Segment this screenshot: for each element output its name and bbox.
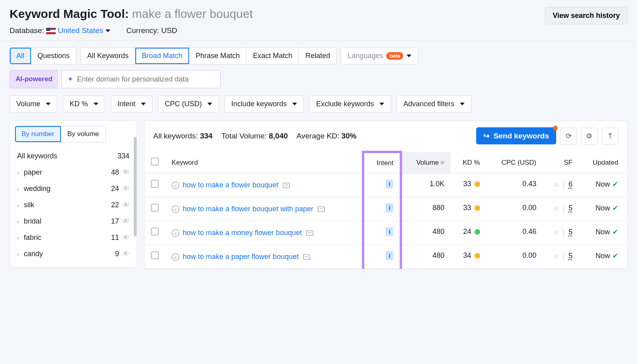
- serp-snapshot-icon[interactable]: [318, 206, 325, 212]
- export-button[interactable]: ⤒: [602, 128, 618, 144]
- cell-volume: 1.0K: [401, 173, 451, 197]
- filter-exclude-keywords[interactable]: Exclude keywords: [309, 95, 391, 113]
- sidebar-group-candy[interactable]: ›candy9👁: [10, 246, 137, 262]
- add-keyword-icon[interactable]: +: [172, 229, 180, 237]
- add-keyword-icon[interactable]: +: [172, 181, 180, 189]
- sidebar-scrollbar[interactable]: [134, 137, 137, 236]
- cell-updated: Now: [596, 252, 610, 260]
- row-checkbox[interactable]: [151, 251, 159, 259]
- col-kd[interactable]: KD %: [451, 152, 486, 173]
- row-checkbox[interactable]: [151, 180, 159, 188]
- add-keyword-icon[interactable]: +: [172, 205, 180, 213]
- serp-features-icon[interactable]: ⌕: [555, 180, 559, 188]
- chevron-down-icon: [46, 103, 51, 105]
- results-panel: All keywords: 334 Total Volume: 8,040 Av…: [144, 121, 627, 269]
- tab-related[interactable]: Related: [299, 48, 336, 64]
- keyword-link[interactable]: how to make a money flower bouquet: [183, 229, 302, 237]
- serp-snapshot-icon[interactable]: [306, 230, 313, 236]
- chevron-down-icon: [460, 103, 465, 105]
- filter-include-keywords[interactable]: Include keywords: [225, 95, 304, 113]
- filter-volume[interactable]: Volume: [10, 95, 57, 113]
- sidebar-group-name: paper: [24, 168, 42, 177]
- eye-icon[interactable]: 👁: [122, 234, 129, 242]
- col-volume[interactable]: Volume≡: [401, 152, 451, 173]
- col-sf[interactable]: SF: [543, 152, 579, 173]
- filter-intent[interactable]: Intent: [111, 95, 152, 113]
- stat-all-keywords-value: 334: [200, 132, 213, 140]
- sidebar-group-bridal[interactable]: ›bridal17👁: [10, 213, 137, 230]
- tab-all[interactable]: All: [10, 48, 31, 64]
- tab-questions[interactable]: Questions: [31, 48, 76, 64]
- chevron-right-icon: ›: [17, 235, 19, 241]
- cell-kd: 33: [463, 180, 471, 188]
- filter-advanced[interactable]: Advanced filters: [397, 95, 471, 113]
- table-row: +how to make a flower bouquet with paper…: [145, 197, 627, 221]
- col-updated[interactable]: Updated: [579, 152, 627, 173]
- database-country: United States: [58, 26, 103, 35]
- filter-cpc[interactable]: CPC (USD): [158, 95, 219, 113]
- cell-volume: 480: [401, 221, 451, 245]
- intent-badge: I: [385, 251, 393, 260]
- kd-difficulty-dot: [475, 229, 480, 235]
- sidebar-group-name: candy: [24, 250, 43, 258]
- view-search-history-button[interactable]: View search history: [545, 7, 627, 24]
- sidebar-all-keywords-count: 334: [117, 152, 129, 160]
- database-country-selector[interactable]: United States: [58, 26, 110, 35]
- cell-sf[interactable]: 5: [569, 252, 573, 260]
- col-cpc[interactable]: CPC (USD): [487, 152, 543, 173]
- filter-kd-label: KD %: [70, 100, 88, 108]
- cell-cpc: 0.00: [487, 197, 543, 221]
- languages-selector[interactable]: Languages beta: [341, 47, 418, 64]
- eye-icon[interactable]: 👁: [122, 168, 129, 177]
- sidebar-group-name: wedding: [24, 185, 51, 193]
- refresh-button[interactable]: ⟳: [560, 128, 577, 144]
- add-keyword-icon[interactable]: +: [172, 253, 180, 261]
- serp-features-icon[interactable]: ⌕: [555, 252, 559, 260]
- ai-domain-input-wrapper[interactable]: ✦: [61, 70, 221, 88]
- sparkle-icon: ✦: [67, 75, 73, 84]
- select-all-checkbox[interactable]: [151, 158, 159, 165]
- keyword-link[interactable]: how to make a paper flower bouquet: [183, 253, 299, 261]
- serp-snapshot-icon[interactable]: [283, 183, 290, 188]
- row-checkbox[interactable]: [151, 228, 159, 236]
- sidebar-group-paper[interactable]: ›paper48👁: [10, 164, 137, 181]
- sidebar-tab-by-volume[interactable]: By volume: [61, 126, 105, 142]
- keyword-link[interactable]: how to make a flower bouquet with paper: [183, 205, 313, 213]
- kd-difficulty-dot: [475, 205, 480, 211]
- tab-all-keywords[interactable]: All Keywords: [81, 48, 135, 64]
- cell-updated: Now: [596, 180, 610, 189]
- row-checkbox[interactable]: [151, 204, 159, 212]
- serp-features-icon[interactable]: ⌕: [555, 204, 559, 212]
- col-intent[interactable]: Intent: [363, 152, 401, 173]
- filter-advanced-label: Advanced filters: [403, 100, 454, 108]
- sidebar-all-keywords[interactable]: All keywords 334: [10, 148, 137, 164]
- sidebar-group-fabric[interactable]: ›fabric11👁: [10, 230, 137, 246]
- cell-sf[interactable]: 6: [569, 180, 573, 189]
- sidebar-group-silk[interactable]: ›silk22👁: [10, 197, 137, 213]
- chevron-down-icon: [406, 55, 411, 57]
- keyword-link[interactable]: how to make a flower bouquet: [183, 181, 278, 189]
- tab-phrase-match[interactable]: Phrase Match: [189, 48, 246, 64]
- filter-kd[interactable]: KD %: [63, 95, 105, 113]
- eye-icon[interactable]: 👁: [122, 217, 129, 226]
- serp-snapshot-icon[interactable]: [303, 254, 310, 260]
- sidebar-tab-by-number[interactable]: By number: [15, 126, 61, 142]
- gear-icon: ⚙: [586, 132, 592, 140]
- col-keyword[interactable]: Keyword: [165, 152, 363, 173]
- ai-domain-input[interactable]: [77, 75, 215, 84]
- cell-sf[interactable]: 5: [569, 228, 573, 236]
- keywords-table: Keyword Intent Volume≡ KD % CPC (USD) SF…: [145, 151, 627, 269]
- eye-icon[interactable]: 👁: [122, 250, 129, 258]
- send-keywords-button[interactable]: ↪ Send keywords: [476, 127, 556, 144]
- sidebar-group-wedding[interactable]: ›wedding24👁: [10, 181, 137, 197]
- eye-icon[interactable]: 👁: [122, 185, 129, 193]
- chevron-down-icon: [379, 103, 384, 105]
- eye-icon[interactable]: 👁: [122, 201, 129, 209]
- sort-desc-icon: ≡: [440, 159, 444, 167]
- serp-features-icon[interactable]: ⌕: [555, 228, 559, 236]
- tab-broad-match[interactable]: Broad Match: [135, 48, 189, 64]
- cell-sf[interactable]: 5: [569, 204, 573, 212]
- settings-button[interactable]: ⚙: [581, 128, 598, 144]
- kd-difficulty-dot: [475, 181, 480, 187]
- tab-exact-match[interactable]: Exact Match: [246, 48, 299, 64]
